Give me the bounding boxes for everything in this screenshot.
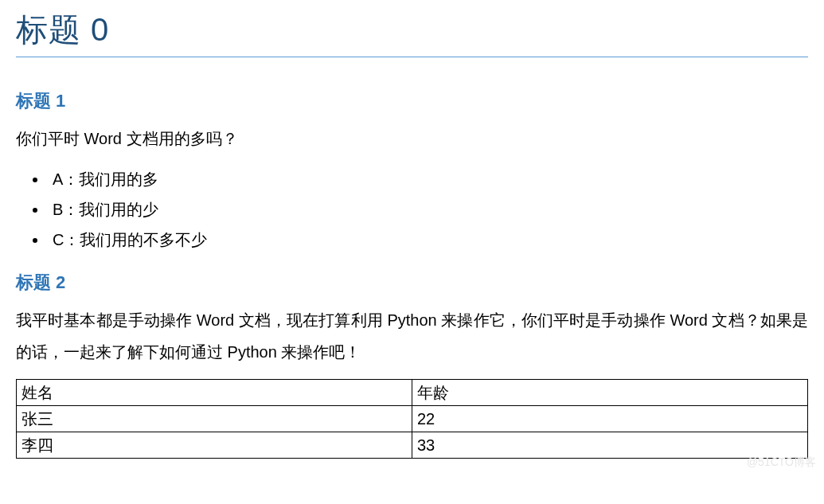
table-row: 李四 33	[17, 432, 808, 459]
option-a: A：我们用的多	[48, 164, 808, 194]
table-row: 张三 22	[17, 406, 808, 432]
question-1-text: 你们平时 Word 文档用的多吗？	[16, 123, 808, 154]
option-c: C：我们用的不多不少	[48, 225, 808, 255]
option-b: B：我们用的少	[48, 194, 808, 225]
table-cell: 张三	[17, 406, 412, 432]
paragraph-2-text: 我平时基本都是手动操作 Word 文档，现在打算利用 Python 来操作它，你…	[16, 304, 808, 368]
data-table: 姓名 年龄 张三 22 李四 33	[16, 379, 808, 459]
table-cell: 年龄	[412, 380, 808, 406]
options-list: A：我们用的多 B：我们用的少 C：我们用的不多不少	[16, 164, 808, 255]
watermark: @51CTO博客	[747, 455, 816, 470]
table-cell: 姓名	[17, 380, 412, 406]
table-cell: 33	[412, 432, 808, 459]
heading-2: 标题 2	[16, 271, 808, 295]
table-row: 姓名 年龄	[17, 380, 808, 406]
table-cell: 22	[412, 406, 808, 432]
table-cell: 李四	[17, 432, 412, 459]
heading-1: 标题 1	[16, 89, 808, 113]
title-0: 标题 0	[16, 8, 808, 57]
